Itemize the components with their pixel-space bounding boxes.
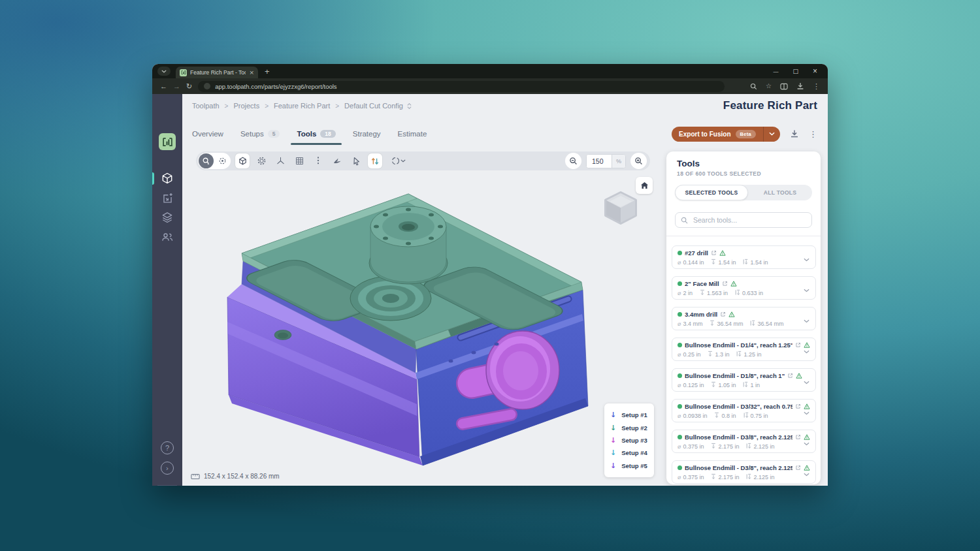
download-report-button[interactable]	[790, 129, 799, 138]
browser-menu-kebab-icon[interactable]: ⋮	[813, 83, 820, 90]
tool-card[interactable]: 3.4mm drill ⌀3.4 mm 36.54 mm 36.54 mm	[672, 307, 816, 330]
url-text: app.toolpath.com/parts/ejyzzxg6/report/t…	[215, 83, 336, 90]
toolpath-display-button[interactable]	[330, 153, 344, 168]
sidebar-item-parts[interactable]	[159, 170, 175, 186]
split-tab-icon[interactable]	[780, 83, 788, 90]
tab-search-button[interactable]	[157, 67, 171, 76]
window-maximize-button[interactable]: □	[792, 68, 798, 74]
zoom-select-tool-button[interactable]	[199, 153, 214, 168]
export-to-fusion-button[interactable]: Export to Fusion Beta	[672, 127, 780, 142]
diameter-icon: ⌀	[678, 474, 681, 480]
toolpath-logo[interactable]	[159, 133, 176, 150]
chevron-down-icon[interactable]	[804, 314, 809, 326]
tool-card[interactable]: Bullnose Endmill - D3/8", reach 2.125" ⌀…	[672, 460, 816, 484]
page-zoom-icon[interactable]	[750, 83, 757, 90]
sidebar-item-team[interactable]	[159, 229, 175, 245]
tab-setups[interactable]: Setups5	[240, 123, 280, 145]
bookmark-star-icon[interactable]: ☆	[766, 83, 772, 89]
tool-card[interactable]: Bullnose Endmill - D1/8", reach 1" ⌀0.12…	[672, 368, 816, 392]
setup-arrow-icon: ↓	[610, 411, 616, 418]
external-link-icon[interactable]	[720, 311, 726, 317]
external-link-icon[interactable]	[795, 465, 801, 471]
axes-display-button[interactable]	[273, 153, 287, 168]
tab-strategy[interactable]: Strategy	[353, 123, 381, 145]
diameter-icon: ⌀	[678, 443, 681, 450]
chevron-down-icon[interactable]	[804, 283, 809, 295]
chevron-down-icon[interactable]	[804, 437, 809, 449]
external-link-icon[interactable]	[795, 434, 801, 440]
tools-search-input[interactable]	[692, 215, 806, 225]
tool-reach: 0.633 in	[742, 290, 763, 296]
chevron-down-icon[interactable]	[804, 345, 809, 356]
chevron-down-icon	[161, 70, 167, 73]
back-button[interactable]: ←	[160, 83, 167, 90]
forward-button[interactable]: →	[173, 83, 180, 90]
chevron-down-icon[interactable]	[804, 375, 809, 387]
setup-item[interactable]: ↓ Setup #4	[610, 449, 648, 456]
window-minimize-button[interactable]: —	[773, 69, 778, 74]
tools-panel-title: Tools	[677, 159, 700, 168]
setup-item[interactable]: ↓ Setup #2	[610, 424, 648, 432]
ruler-display-button[interactable]	[311, 153, 325, 168]
breadcrumb-item-cut-config[interactable]: Default Cut Config	[344, 102, 403, 110]
external-link-icon[interactable]	[787, 373, 793, 379]
zoom-level-input[interactable]	[587, 155, 612, 168]
part-3d-model[interactable]	[222, 186, 591, 470]
zoom-out-button[interactable]	[565, 153, 581, 169]
address-bar[interactable]: app.toolpath.com/parts/ejyzzxg6/report/t…	[198, 81, 725, 92]
browser-tab[interactable]: Feature Rich Part - Tools - Rep... ×	[176, 67, 258, 78]
sidebar-collapse-button[interactable]: ›	[159, 460, 175, 476]
tool-card[interactable]: #27 drill ⌀0.144 in 1.54 in 1.54 in	[672, 245, 816, 269]
magnifier-plus-icon	[634, 157, 643, 165]
reload-button[interactable]: ↻	[186, 83, 192, 90]
diameter-icon: ⌀	[678, 259, 681, 266]
zoom-in-button[interactable]	[630, 153, 647, 169]
new-tab-button[interactable]: +	[265, 67, 270, 76]
breadcrumb-item-toolpath[interactable]: Toolpath	[192, 102, 220, 110]
stock-display-button[interactable]	[254, 153, 269, 168]
view-cube[interactable]	[602, 189, 639, 226]
select-cursor-button[interactable]	[349, 153, 363, 168]
tool-diameter: 3.4 mm	[683, 321, 702, 327]
chevron-down-icon[interactable]	[804, 467, 809, 479]
section-view-button[interactable]	[387, 153, 409, 168]
focus-target-tool-button[interactable]	[215, 153, 230, 168]
window-close-button[interactable]: ×	[813, 67, 817, 76]
tab-selected-tools[interactable]: SELECTED TOOLS	[675, 185, 748, 200]
setup-item[interactable]: ↓ Setup #3	[610, 437, 648, 444]
tab-close-icon[interactable]: ×	[249, 69, 254, 76]
section-circle-icon	[391, 156, 400, 166]
chevron-down-icon[interactable]	[804, 406, 809, 418]
breadcrumb-item-part[interactable]: Feature Rich Part	[274, 102, 330, 110]
sidebar-item-layers[interactable]	[159, 210, 175, 225]
download-icon[interactable]	[796, 82, 804, 90]
more-options-kebab-icon[interactable]: ⋮	[809, 129, 817, 139]
sidebar-help-button[interactable]: ?	[159, 440, 175, 456]
config-switcher-icon[interactable]	[407, 103, 412, 109]
tools-list: #27 drill ⌀0.144 in 1.54 in 1.54 in 2	[672, 245, 816, 484]
tool-card[interactable]: Bullnose Endmill - D3/32", reach 0.75" ⌀…	[672, 399, 816, 422]
shaded-view-button[interactable]	[235, 153, 250, 168]
external-link-icon[interactable]	[722, 281, 728, 287]
sidebar-item-import[interactable]	[159, 190, 175, 206]
external-link-icon[interactable]	[795, 342, 801, 348]
elevation-arrows-button[interactable]	[368, 153, 382, 168]
external-link-icon[interactable]	[795, 403, 801, 409]
tool-card[interactable]: 2" Face Mill ⌀2 in 1.563 in 0.633 in	[672, 276, 816, 300]
site-info-icon[interactable]	[204, 83, 210, 89]
flute-length-icon	[708, 351, 713, 358]
chevron-down-icon[interactable]	[804, 253, 809, 264]
setup-item[interactable]: ↓ Setup #5	[610, 462, 648, 469]
tab-all-tools[interactable]: ALL TOOLS	[748, 189, 812, 196]
tool-card[interactable]: Bullnose Endmill - D1/4", reach 1.25" ⌀0…	[672, 338, 816, 361]
tool-card[interactable]: Bullnose Endmill - D3/8", reach 2.125" ⌀…	[672, 430, 816, 453]
navbar-actions: ☆ ⋮	[750, 82, 820, 90]
tab-tools[interactable]: Tools18	[297, 123, 335, 145]
export-dropdown-caret[interactable]	[763, 127, 780, 142]
grid-display-button[interactable]	[292, 153, 306, 168]
breadcrumb-item-projects[interactable]: Projects	[233, 102, 259, 110]
tab-estimate[interactable]: Estimate	[398, 123, 427, 145]
external-link-icon[interactable]	[711, 250, 717, 256]
setup-item[interactable]: ↓ Setup #1	[610, 411, 648, 418]
tab-overview[interactable]: Overview	[192, 123, 223, 145]
